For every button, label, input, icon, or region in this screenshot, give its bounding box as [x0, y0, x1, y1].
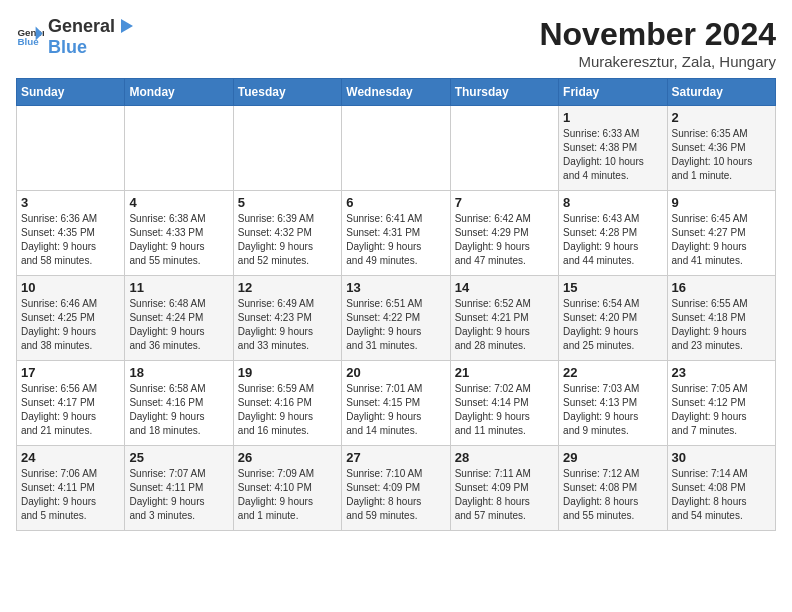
day-number: 20: [346, 365, 445, 380]
table-row: 23Sunrise: 7:05 AM Sunset: 4:12 PM Dayli…: [667, 361, 775, 446]
table-row: 13Sunrise: 6:51 AM Sunset: 4:22 PM Dayli…: [342, 276, 450, 361]
table-row: 27Sunrise: 7:10 AM Sunset: 4:09 PM Dayli…: [342, 446, 450, 531]
day-info: Sunrise: 7:10 AM Sunset: 4:09 PM Dayligh…: [346, 467, 445, 523]
table-row: 7Sunrise: 6:42 AM Sunset: 4:29 PM Daylig…: [450, 191, 558, 276]
table-row: 28Sunrise: 7:11 AM Sunset: 4:09 PM Dayli…: [450, 446, 558, 531]
day-info: Sunrise: 7:06 AM Sunset: 4:11 PM Dayligh…: [21, 467, 120, 523]
logo-general: General: [48, 16, 115, 37]
table-row: 15Sunrise: 6:54 AM Sunset: 4:20 PM Dayli…: [559, 276, 667, 361]
table-row: 1Sunrise: 6:33 AM Sunset: 4:38 PM Daylig…: [559, 106, 667, 191]
table-row: 5Sunrise: 6:39 AM Sunset: 4:32 PM Daylig…: [233, 191, 341, 276]
day-info: Sunrise: 7:05 AM Sunset: 4:12 PM Dayligh…: [672, 382, 771, 438]
day-number: 13: [346, 280, 445, 295]
table-row: [233, 106, 341, 191]
day-number: 1: [563, 110, 662, 125]
day-number: 10: [21, 280, 120, 295]
header-thursday: Thursday: [450, 79, 558, 106]
table-row: 9Sunrise: 6:45 AM Sunset: 4:27 PM Daylig…: [667, 191, 775, 276]
main-title: November 2024: [539, 16, 776, 53]
table-row: 30Sunrise: 7:14 AM Sunset: 4:08 PM Dayli…: [667, 446, 775, 531]
day-number: 29: [563, 450, 662, 465]
day-number: 11: [129, 280, 228, 295]
table-row: 26Sunrise: 7:09 AM Sunset: 4:10 PM Dayli…: [233, 446, 341, 531]
day-info: Sunrise: 6:39 AM Sunset: 4:32 PM Dayligh…: [238, 212, 337, 268]
day-info: Sunrise: 6:58 AM Sunset: 4:16 PM Dayligh…: [129, 382, 228, 438]
calendar-body: 1Sunrise: 6:33 AM Sunset: 4:38 PM Daylig…: [17, 106, 776, 531]
svg-marker-2: [121, 19, 133, 33]
logo-icon: General Blue: [16, 23, 44, 51]
table-row: 2Sunrise: 6:35 AM Sunset: 4:36 PM Daylig…: [667, 106, 775, 191]
table-row: [342, 106, 450, 191]
header-sunday: Sunday: [17, 79, 125, 106]
day-number: 15: [563, 280, 662, 295]
day-number: 16: [672, 280, 771, 295]
day-info: Sunrise: 6:35 AM Sunset: 4:36 PM Dayligh…: [672, 127, 771, 183]
logo: General Blue General Blue: [16, 16, 135, 58]
day-info: Sunrise: 6:48 AM Sunset: 4:24 PM Dayligh…: [129, 297, 228, 353]
day-info: Sunrise: 6:33 AM Sunset: 4:38 PM Dayligh…: [563, 127, 662, 183]
header-tuesday: Tuesday: [233, 79, 341, 106]
table-row: 25Sunrise: 7:07 AM Sunset: 4:11 PM Dayli…: [125, 446, 233, 531]
title-section: November 2024 Murakeresztur, Zala, Hunga…: [539, 16, 776, 70]
day-number: 27: [346, 450, 445, 465]
header-friday: Friday: [559, 79, 667, 106]
day-number: 9: [672, 195, 771, 210]
table-row: 17Sunrise: 6:56 AM Sunset: 4:17 PM Dayli…: [17, 361, 125, 446]
header-saturday: Saturday: [667, 79, 775, 106]
table-row: 22Sunrise: 7:03 AM Sunset: 4:13 PM Dayli…: [559, 361, 667, 446]
day-info: Sunrise: 7:01 AM Sunset: 4:15 PM Dayligh…: [346, 382, 445, 438]
table-row: 8Sunrise: 6:43 AM Sunset: 4:28 PM Daylig…: [559, 191, 667, 276]
table-row: 12Sunrise: 6:49 AM Sunset: 4:23 PM Dayli…: [233, 276, 341, 361]
day-info: Sunrise: 7:14 AM Sunset: 4:08 PM Dayligh…: [672, 467, 771, 523]
day-number: 26: [238, 450, 337, 465]
day-number: 22: [563, 365, 662, 380]
table-row: 10Sunrise: 6:46 AM Sunset: 4:25 PM Dayli…: [17, 276, 125, 361]
table-row: 29Sunrise: 7:12 AM Sunset: 4:08 PM Dayli…: [559, 446, 667, 531]
day-number: 30: [672, 450, 771, 465]
header-wednesday: Wednesday: [342, 79, 450, 106]
day-info: Sunrise: 7:09 AM Sunset: 4:10 PM Dayligh…: [238, 467, 337, 523]
subtitle: Murakeresztur, Zala, Hungary: [539, 53, 776, 70]
day-number: 19: [238, 365, 337, 380]
day-number: 8: [563, 195, 662, 210]
day-info: Sunrise: 6:42 AM Sunset: 4:29 PM Dayligh…: [455, 212, 554, 268]
table-row: 16Sunrise: 6:55 AM Sunset: 4:18 PM Dayli…: [667, 276, 775, 361]
header-monday: Monday: [125, 79, 233, 106]
header: General Blue General Blue November 2024 …: [16, 16, 776, 70]
day-info: Sunrise: 7:02 AM Sunset: 4:14 PM Dayligh…: [455, 382, 554, 438]
day-info: Sunrise: 6:38 AM Sunset: 4:33 PM Dayligh…: [129, 212, 228, 268]
day-number: 18: [129, 365, 228, 380]
day-number: 14: [455, 280, 554, 295]
table-row: 24Sunrise: 7:06 AM Sunset: 4:11 PM Dayli…: [17, 446, 125, 531]
day-number: 23: [672, 365, 771, 380]
day-info: Sunrise: 6:59 AM Sunset: 4:16 PM Dayligh…: [238, 382, 337, 438]
calendar-header: Sunday Monday Tuesday Wednesday Thursday…: [17, 79, 776, 106]
table-row: 14Sunrise: 6:52 AM Sunset: 4:21 PM Dayli…: [450, 276, 558, 361]
day-info: Sunrise: 6:46 AM Sunset: 4:25 PM Dayligh…: [21, 297, 120, 353]
day-number: 3: [21, 195, 120, 210]
day-number: 4: [129, 195, 228, 210]
day-number: 7: [455, 195, 554, 210]
table-row: 20Sunrise: 7:01 AM Sunset: 4:15 PM Dayli…: [342, 361, 450, 446]
table-row: 4Sunrise: 6:38 AM Sunset: 4:33 PM Daylig…: [125, 191, 233, 276]
day-number: 28: [455, 450, 554, 465]
day-info: Sunrise: 6:55 AM Sunset: 4:18 PM Dayligh…: [672, 297, 771, 353]
day-number: 6: [346, 195, 445, 210]
day-info: Sunrise: 6:43 AM Sunset: 4:28 PM Dayligh…: [563, 212, 662, 268]
day-info: Sunrise: 6:54 AM Sunset: 4:20 PM Dayligh…: [563, 297, 662, 353]
day-info: Sunrise: 6:51 AM Sunset: 4:22 PM Dayligh…: [346, 297, 445, 353]
day-info: Sunrise: 6:41 AM Sunset: 4:31 PM Dayligh…: [346, 212, 445, 268]
day-number: 25: [129, 450, 228, 465]
day-info: Sunrise: 7:07 AM Sunset: 4:11 PM Dayligh…: [129, 467, 228, 523]
table-row: 21Sunrise: 7:02 AM Sunset: 4:14 PM Dayli…: [450, 361, 558, 446]
day-number: 17: [21, 365, 120, 380]
calendar-table: Sunday Monday Tuesday Wednesday Thursday…: [16, 78, 776, 531]
logo-arrow-icon: [117, 17, 135, 35]
day-number: 24: [21, 450, 120, 465]
day-info: Sunrise: 7:03 AM Sunset: 4:13 PM Dayligh…: [563, 382, 662, 438]
table-row: [125, 106, 233, 191]
logo-blue: Blue: [48, 37, 87, 57]
table-row: 19Sunrise: 6:59 AM Sunset: 4:16 PM Dayli…: [233, 361, 341, 446]
day-number: 21: [455, 365, 554, 380]
table-row: [450, 106, 558, 191]
